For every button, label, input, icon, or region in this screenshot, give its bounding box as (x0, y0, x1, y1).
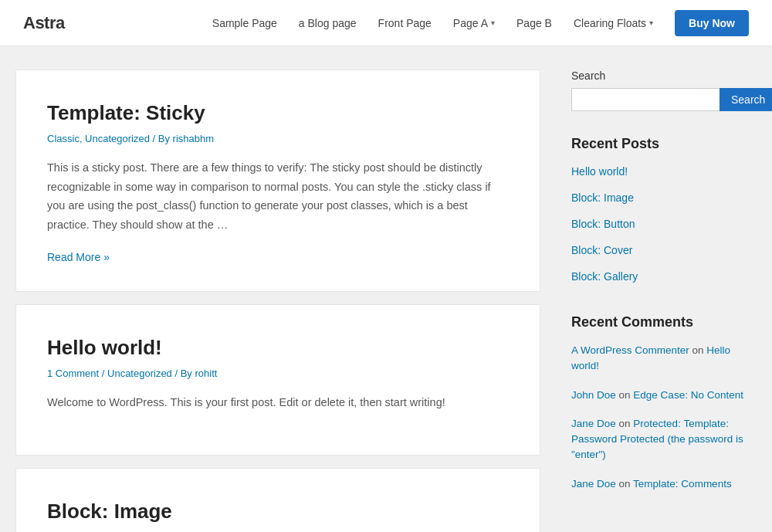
list-item: Block: Button (571, 211, 757, 237)
sidebar: Search Search Recent Posts Hello world! … (571, 69, 757, 532)
search-input[interactable] (571, 88, 720, 111)
recent-comments-widget: Recent Comments A WordPress Commenter on… (571, 314, 757, 499)
post-meta: 1 Comment / Uncategorized / By rohitt (47, 368, 509, 379)
commenter-link[interactable]: Jane Doe (571, 418, 616, 429)
recent-post-link[interactable]: Hello world! (571, 165, 628, 178)
list-item: A WordPress Commenter on Hello world! (571, 343, 757, 381)
post-title: Hello world! (47, 336, 509, 360)
commenter-link[interactable]: John Doe (571, 389, 616, 401)
post-meta-link[interactable]: 1 Comment / Uncategorized / By rohitt (47, 368, 217, 379)
comment-on: on (619, 478, 634, 490)
commenter-link[interactable]: A WordPress Commenter (571, 344, 689, 356)
search-form: Search (571, 88, 757, 111)
chevron-down-icon: ▾ (649, 19, 653, 27)
list-item: John Doe on Edge Case: No Content (571, 381, 757, 410)
list-item: Jane Doe on Template: Comments (571, 470, 757, 499)
site-logo: Astra (23, 13, 65, 33)
comment-on: on (619, 418, 634, 429)
post-meta: Classic, Uncategorized / By rishabhm (47, 133, 509, 144)
search-widget: Search Search (571, 69, 757, 111)
search-label: Search (571, 69, 757, 82)
recent-comments-title: Recent Comments (571, 314, 757, 330)
list-item: Block: Image (571, 185, 757, 211)
search-button[interactable]: Search (720, 88, 772, 111)
post-title: Block: Image (47, 500, 509, 524)
buy-now-button[interactable]: Buy Now (675, 10, 749, 36)
post-excerpt: This is a sticky post. There are a few t… (47, 158, 509, 235)
recent-post-link[interactable]: Block: Cover (571, 244, 632, 256)
nav-clearing-floats[interactable]: Clearing Floats ▾ (574, 17, 653, 29)
site-nav: Sample Page a Blog page Front Page Page … (212, 10, 749, 36)
recent-post-link[interactable]: Block: Gallery (571, 270, 638, 283)
list-item: Hello world! (571, 164, 757, 185)
comment-on: on (619, 389, 634, 401)
recent-comments-list: A WordPress Commenter on Hello world! Jo… (571, 343, 757, 499)
post-excerpt: Welcome to WordPress. This is your first… (47, 393, 509, 412)
list-item: Block: Cover (571, 237, 757, 263)
nav-sample-page[interactable]: Sample Page (212, 17, 277, 29)
nav-front-page[interactable]: Front Page (378, 17, 432, 29)
recent-post-link[interactable]: Block: Button (571, 218, 635, 230)
nav-blog-page[interactable]: a Blog page (299, 17, 357, 29)
commenter-link[interactable]: Jane Doe (571, 478, 616, 490)
comment-post-link[interactable]: Edge Case: No Content (633, 389, 743, 401)
post-card: Hello world! 1 Comment / Uncategorized /… (15, 304, 540, 456)
comment-post-link[interactable]: Template: Comments (633, 478, 732, 490)
post-meta-link[interactable]: Classic, Uncategorized / By rishabhm (47, 133, 214, 144)
nav-page-b[interactable]: Page B (516, 17, 552, 29)
site-header: Astra Sample Page a Blog page Front Page… (0, 0, 772, 46)
list-item: Block: Gallery (571, 263, 757, 290)
recent-posts-widget: Recent Posts Hello world! Block: Image B… (571, 136, 757, 290)
content-area: Template: Sticky Classic, Uncategorized … (15, 69, 540, 532)
recent-post-link[interactable]: Block: Image (571, 191, 634, 204)
post-card: Block: Image Leave a Comment / Block / B… (15, 468, 540, 532)
post-card: Template: Sticky Classic, Uncategorized … (15, 69, 540, 292)
recent-posts-title: Recent Posts (571, 136, 757, 152)
post-title: Template: Sticky (47, 101, 509, 125)
recent-posts-list: Hello world! Block: Image Block: Button … (571, 164, 757, 290)
read-more-link[interactable]: Read More » (47, 251, 110, 263)
chevron-down-icon: ▾ (491, 19, 495, 27)
site-main: Template: Sticky Classic, Uncategorized … (0, 46, 772, 532)
nav-page-a[interactable]: Page A ▾ (453, 17, 495, 29)
comment-on: on (692, 344, 707, 356)
list-item: Jane Doe on Protected: Template: Passwor… (571, 410, 757, 470)
